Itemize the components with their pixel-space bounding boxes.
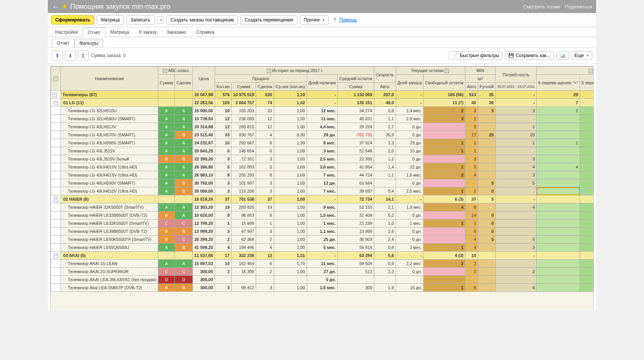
hdr-history[interactable]: −История за период 2017 г. <box>215 67 374 75</box>
hdr-min[interactable]: MIN <box>465 67 496 75</box>
chart-icon-button[interactable]: 📊 <box>556 51 569 60</box>
report-grid-wrapper[interactable]: − Наименование −АВС-класс Цена −История … <box>50 66 594 310</box>
subtab-0[interactable]: Отчёт <box>52 39 74 47</box>
other-dropdown[interactable]: Прочее <box>300 15 329 25</box>
tab-3[interactable]: К заказу <box>134 27 162 37</box>
table-row[interactable]: Телевизор LG 32LH590U (SMART)AA15 739,93… <box>51 115 594 123</box>
hdr-avg-stock[interactable]: Средний остаток <box>338 75 374 83</box>
tab-5[interactable]: Справка <box>191 27 219 37</box>
table-row[interactable]: Телевизор HAIER 32K5000T (SmartTV)AA12 3… <box>51 203 594 211</box>
table-row[interactable]: Телевизор AKAI 20-SUPERIORCC300,00216 39… <box>51 268 594 276</box>
create-supplier-orders-button[interactable]: Создать заказы поставщикам <box>166 15 238 25</box>
tree-column[interactable]: − <box>51 67 61 91</box>
page-title: Помощник закупок min-max.pro <box>70 3 170 11</box>
hdr-abc[interactable]: −АВС-класс <box>158 67 192 75</box>
titlebar-right: Смотреть позже Поделиться <box>523 4 592 10</box>
save-button[interactable]: Записать <box>126 15 154 25</box>
table-row[interactable]: Телевизор HAIER LE39B8550T (DVB-T2)BB13 … <box>51 227 594 236</box>
help-icon: ? <box>334 17 336 23</box>
table-row[interactable]: −01 LG (11)22 263,561052 664 757741,42-1… <box>51 99 594 107</box>
hdr-deals[interactable]: Сделок <box>256 83 274 91</box>
table-row[interactable]: Телевизор LG 43LH590V (SMART)AA24 232,67… <box>51 139 594 147</box>
table-row[interactable]: Телевизор LG 43LH513VAA20 314,8812285 81… <box>51 123 594 131</box>
arrow-up-icon[interactable]: ⬆ <box>52 50 62 61</box>
form-button[interactable]: Сформировать <box>51 15 94 25</box>
order-sum-label: Сумма заказа: 0 <box>91 53 126 58</box>
table-row[interactable]: Телевизор LG 49UH610V (Ultra HD)AB35 000… <box>51 187 594 195</box>
table-row[interactable]: Телевизор AKAI LEA-39L43/V51 (без продаж… <box>51 276 594 284</box>
table-row[interactable]: Телевизор LG 43UH610V (Ultra HD)AA26 396… <box>51 163 594 171</box>
save-dropdown[interactable] <box>157 16 164 24</box>
quick-filters-button[interactable]: 📄 Быстрые фильтры <box>449 51 503 60</box>
hdr-cur-stock[interactable]: Текущие остатки− <box>396 67 465 75</box>
table-row[interactable]: Телевизор LG 32LH510UAA15 000,0010165 20… <box>51 107 594 115</box>
hdr-qty[interactable]: Кол-во <box>215 83 231 91</box>
sub-tabs: ОтчётФильтры <box>48 37 596 47</box>
table-row[interactable]: Телевизор HAIER LE55Q6500UAB41 599,20419… <box>51 244 594 252</box>
table-row[interactable]: −Телевизоры (87)16 047,9857610 975 51952… <box>51 91 594 99</box>
filter-icon: 📄 <box>452 53 458 58</box>
table-row[interactable]: Телевизор Akai LEA-55B57P (DVB-T2)BB300,… <box>51 284 594 292</box>
table-row[interactable]: Телевизор LG 43UH619V (Ultra HD)AA26 883… <box>51 171 594 179</box>
arrow-down-icon[interactable]: ⬇ <box>65 50 76 61</box>
hdr-min-unit[interactable]: шт <box>465 75 496 83</box>
main-tabs: НастройкиОтчетМатрицаК заказуЗаказаноСпр… <box>48 27 596 37</box>
hdr-days-stock[interactable]: Дней запаса <box>396 75 424 91</box>
matrix-button[interactable]: Матрица <box>97 15 124 25</box>
create-movements-button[interactable]: Создать перемещения <box>240 15 297 25</box>
titlebar: ← ★ Помощник закупок min-max.pro Смотрет… <box>48 0 596 13</box>
hdr-speed[interactable]: Скорость <box>374 67 396 83</box>
table-row[interactable]: Телевизор HAIER LE50K5500TF (SmartTV)BC2… <box>51 236 594 244</box>
hdr-price[interactable]: Цена <box>192 67 215 91</box>
table-row[interactable]: Телевизор LG 43LH570V (SMART)AB23 515,40… <box>51 131 594 139</box>
subtab-1[interactable]: Фильтры <box>74 39 103 47</box>
hdr-move[interactable]: −Переместить <box>537 67 594 75</box>
star-icon[interactable]: ★ <box>62 2 68 11</box>
hdr-abc-sum[interactable]: Сумма <box>158 75 175 91</box>
help-link[interactable]: Помощь <box>339 17 357 23</box>
more-dropdown[interactable]: Еще <box>571 51 592 60</box>
tab-0[interactable]: Настройки <box>50 27 83 37</box>
save-as-button[interactable]: 💾 Сохранить как... <box>505 51 554 60</box>
hdr-sold[interactable]: Продано <box>215 75 307 83</box>
hdr-need[interactable]: Потреб-ность <box>496 67 537 83</box>
tab-1[interactable]: Отчет <box>83 28 105 37</box>
back-icon[interactable]: ← <box>52 2 59 11</box>
hdr-sum[interactable]: Сумма <box>232 83 256 91</box>
hdr-abc-deals[interactable]: Сделки <box>175 75 193 91</box>
report-grid[interactable]: − Наименование −АВС-класс Цена −История … <box>51 66 594 292</box>
save-icon: 💾 <box>508 53 514 58</box>
tab-2[interactable]: Матрица <box>105 27 134 37</box>
table-row[interactable]: −03 AKAI (5)11 537,6617322 238131,31-63 … <box>51 252 594 260</box>
hdr-to-move-orig[interactable]: К переме-щению "+" (исходное) <box>580 75 594 91</box>
hdr-days-avail[interactable]: Дней наличия <box>307 75 337 91</box>
table-row[interactable]: Телевизор HAIER LE32K5500T (SmartTV)CC12… <box>51 219 594 227</box>
watch-later[interactable]: Смотреть позже <box>523 4 561 10</box>
hdr-auto[interactable]: Авто <box>374 83 396 91</box>
hdr-name[interactable]: Наименование <box>61 67 158 91</box>
hdr-min-auto[interactable]: Авто <box>465 83 478 91</box>
table-row[interactable]: Телевизор LG 49LH590V (SMART)AB30 792,00… <box>51 179 594 187</box>
hdr-to-move[interactable]: К переме-щению "+" <box>537 75 580 91</box>
main-toolbar: Сформировать Матрица Записать Создать за… <box>48 13 596 27</box>
hdr-free-stock[interactable]: Свободный остаток <box>424 75 465 91</box>
table-row[interactable]: Телевизор LG 43LJ515VAA20 843,206146 654… <box>51 147 594 155</box>
share[interactable]: Поделиться <box>565 4 592 10</box>
hdr-avgcheck[interactable]: Ср.чек (кол-во) <box>274 83 307 91</box>
report-toolbar: ⬆ ⬇ Σ Сумма заказа: 0 📄 Быстрые фильтры … <box>48 47 596 64</box>
tab-4[interactable]: Заказано <box>162 27 191 37</box>
table-row[interactable]: Телевизор HAIER LE32B8500T (DVB-T2)BA10 … <box>51 211 594 219</box>
sigma-icon[interactable]: Σ <box>78 50 89 61</box>
hdr-need-period[interactable]: 08.07.2021 - 15.07.2021 <box>496 83 537 91</box>
table-row[interactable]: −02 HAIER (6)16 019,2637701 538371,00-72… <box>51 195 594 203</box>
hdr-avg-stock-sum[interactable]: Сумма <box>338 83 374 91</box>
table-row[interactable]: Телевизор LG 43LJ519V белыйBB22 399,2037… <box>51 155 594 163</box>
hdr-min-manual[interactable]: Ручной <box>478 83 496 91</box>
table-row[interactable]: Телевизор AKAI 15-LEANAA15 897,5310162 4… <box>51 260 594 268</box>
